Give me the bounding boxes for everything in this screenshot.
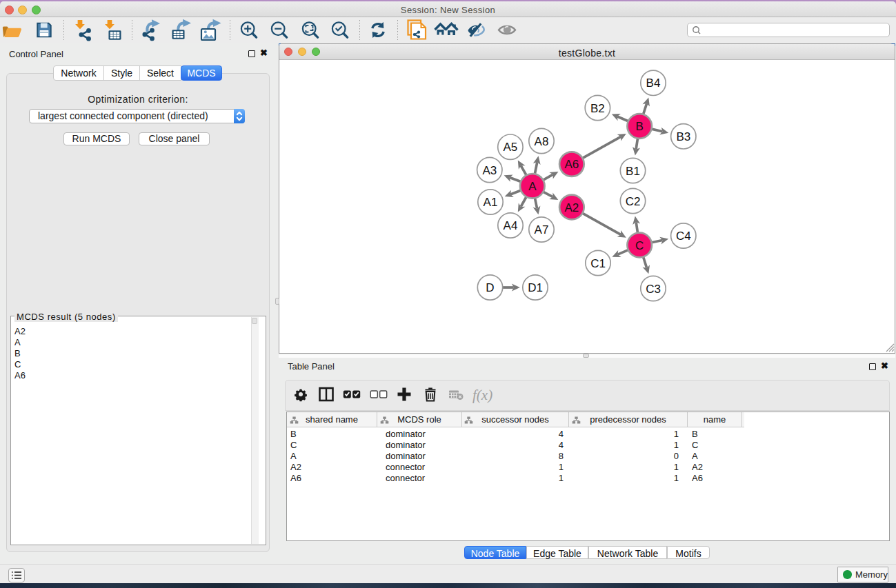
- svg-text:C3: C3: [646, 283, 661, 296]
- svg-text:B1: B1: [626, 165, 640, 178]
- svg-text:C: C: [635, 239, 644, 252]
- svg-text:A1: A1: [484, 196, 498, 209]
- svg-text:B: B: [636, 120, 644, 133]
- svg-text:A6: A6: [565, 158, 579, 171]
- svg-text:C4: C4: [676, 230, 691, 243]
- svg-text:A3: A3: [482, 164, 497, 177]
- svg-text:A7: A7: [535, 223, 549, 236]
- svg-text:A4: A4: [504, 219, 518, 232]
- svg-text:B4: B4: [646, 77, 661, 90]
- svg-text:A8: A8: [535, 135, 549, 148]
- svg-text:B2: B2: [590, 102, 605, 115]
- svg-text:f(x): f(x): [472, 387, 492, 403]
- svg-text:C1: C1: [590, 257, 606, 270]
- svg-text:B3: B3: [676, 130, 690, 143]
- svg-text:D: D: [486, 281, 494, 294]
- svg-text:A2: A2: [565, 201, 579, 214]
- svg-text:C2: C2: [626, 195, 641, 208]
- svg-text:A5: A5: [504, 141, 518, 154]
- svg-text:D1: D1: [528, 281, 543, 294]
- svg-text:A: A: [528, 180, 537, 193]
